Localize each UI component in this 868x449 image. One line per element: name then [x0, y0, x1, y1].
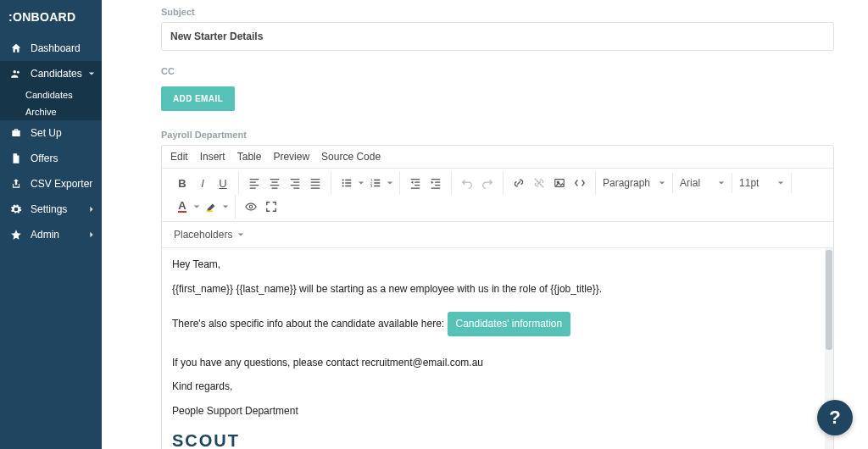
svg-text:3: 3	[370, 184, 373, 188]
add-email-button[interactable]: ADD EMAIL	[161, 86, 235, 111]
rich-text-editor: Edit Insert Table Preview Source Code B …	[161, 145, 834, 449]
signature-logo: SCOUT TALENT SEE PEOPLE FIRST	[172, 428, 823, 449]
brand-logo: :ONBOARD	[0, 0, 102, 36]
bullet-list-icon[interactable]	[337, 173, 357, 193]
sidebar-item-setup[interactable]: Set Up	[0, 120, 102, 146]
sidebar-item-candidates[interactable]: Candidates	[0, 61, 102, 86]
preview-icon[interactable]	[241, 197, 261, 217]
link-icon[interactable]	[509, 173, 529, 193]
chevron-down-icon[interactable]	[386, 173, 394, 193]
sidebar-subitem-candidates[interactable]: Candidates	[0, 86, 102, 103]
sidebar-item-csvexporter[interactable]: CSV Exporter	[0, 171, 102, 197]
placeholders-dropdown[interactable]: Placeholders	[169, 226, 249, 243]
svg-point-1	[17, 71, 19, 74]
gear-icon	[8, 202, 24, 217]
sidebar-item-settings[interactable]: Settings	[0, 197, 102, 222]
sidebar-item-dashboard[interactable]: Dashboard	[0, 36, 102, 61]
sidebar-item-label: CSV Exporter	[31, 178, 92, 190]
fontsize-select[interactable]: 11pt	[732, 173, 792, 193]
subject-input[interactable]	[161, 22, 834, 51]
svg-point-4	[342, 185, 344, 186]
menu-edit[interactable]: Edit	[170, 151, 188, 163]
image-icon[interactable]	[549, 173, 570, 193]
align-center-icon[interactable]	[264, 173, 285, 193]
menu-insert[interactable]: Insert	[200, 151, 225, 163]
redo-icon[interactable]	[477, 173, 498, 193]
sidebar-item-label: Set Up	[31, 127, 62, 139]
editor-menu-bar: Edit Insert Table Preview Source Code	[162, 146, 833, 169]
sidebar-subitem-archive[interactable]: Archive	[0, 103, 102, 120]
body-line: There's also specific info about the can…	[172, 312, 823, 336]
cc-label: CC	[161, 66, 834, 76]
menu-sourcecode[interactable]: Source Code	[321, 151, 381, 163]
sidebar-item-label: Settings	[31, 203, 67, 215]
sidebar-item-label: Dashboard	[31, 42, 81, 54]
sidebar-item-offers[interactable]: Offers	[0, 146, 102, 171]
candidates-info-chip[interactable]: Candidates' information	[448, 312, 571, 336]
underline-icon[interactable]: U	[213, 173, 233, 193]
sidebar-item-admin[interactable]: Admin	[0, 222, 102, 247]
chevron-right-icon	[88, 206, 95, 213]
chevron-down-icon	[777, 180, 784, 186]
menu-table[interactable]: Table	[237, 151, 262, 163]
chevron-down-icon[interactable]	[192, 197, 201, 217]
align-justify-icon[interactable]	[305, 173, 326, 193]
main-content: Subject CC ADD EMAIL Payroll Department …	[102, 0, 868, 449]
chevron-down-icon[interactable]	[221, 197, 230, 217]
svg-point-0	[14, 70, 17, 74]
chevron-down-icon	[237, 231, 244, 238]
section-label: Payroll Department	[161, 130, 834, 140]
subject-label: Subject	[161, 7, 834, 17]
placeholders-row: Placeholders	[162, 222, 833, 248]
bold-icon[interactable]: B	[172, 173, 192, 193]
font-select[interactable]: Arial	[673, 173, 732, 193]
text-color-icon[interactable]: A	[172, 197, 192, 217]
home-icon	[8, 41, 24, 56]
numbered-list-icon[interactable]: 123	[365, 173, 386, 193]
fullscreen-icon[interactable]	[261, 197, 281, 217]
body-line: {{first_name}} {{last_name}} will be sta…	[172, 281, 823, 297]
outdent-icon[interactable]	[405, 173, 426, 193]
italic-icon[interactable]: I	[192, 173, 213, 193]
sidebar-item-label: Offers	[31, 152, 58, 164]
svg-point-2	[342, 179, 344, 180]
chevron-down-icon	[88, 70, 95, 77]
chevron-down-icon[interactable]	[357, 173, 365, 193]
editor-toolbar: B I U 123	[162, 169, 833, 222]
code-icon[interactable]	[570, 173, 590, 193]
align-right-icon[interactable]	[285, 173, 305, 193]
help-fab[interactable]: ?	[817, 400, 853, 435]
unlink-icon[interactable]	[529, 173, 549, 193]
document-icon	[8, 151, 24, 166]
chevron-down-icon	[659, 180, 665, 186]
people-icon	[8, 66, 24, 81]
chevron-down-icon	[718, 180, 725, 186]
sidebar-item-label: Candidates	[31, 68, 82, 80]
editor-body[interactable]: Hey Team, {{first_name}} {{last_name}} w…	[162, 248, 833, 449]
star-icon	[8, 227, 24, 242]
indent-icon[interactable]	[426, 173, 446, 193]
body-line: People Support Department	[172, 403, 823, 419]
scrollbar-thumb[interactable]	[826, 250, 832, 350]
nav: Dashboard Candidates Candidates Archive …	[0, 36, 102, 247]
menu-preview[interactable]: Preview	[273, 151, 309, 163]
body-line: If you have any questions, please contac…	[172, 355, 823, 371]
chevron-right-icon	[88, 231, 95, 238]
format-select[interactable]: Paragraph	[596, 173, 673, 193]
svg-rect-10	[207, 210, 213, 212]
briefcase-icon	[8, 125, 24, 141]
body-line: Hey Team,	[172, 257, 823, 273]
sidebar: :ONBOARD Dashboard Candidates Candidates…	[0, 0, 102, 449]
sidebar-item-label: Admin	[31, 229, 59, 241]
highlight-icon[interactable]	[201, 197, 221, 217]
svg-point-11	[249, 205, 253, 208]
align-left-icon[interactable]	[244, 173, 264, 193]
undo-icon[interactable]	[457, 173, 477, 193]
body-line: Kind regards,	[172, 379, 823, 395]
svg-point-3	[342, 182, 344, 184]
export-icon	[8, 176, 24, 191]
